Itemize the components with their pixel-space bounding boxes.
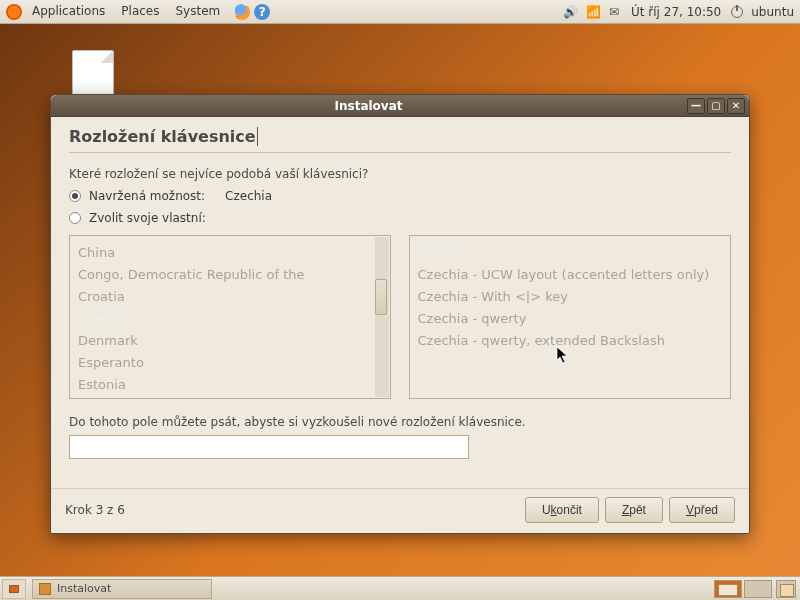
list-item[interactable]: Esperanto: [78, 352, 382, 374]
country-listbox[interactable]: ChinaCongo, Democratic Republic of theCr…: [69, 235, 391, 399]
panel-menus: Applications Places System ?: [0, 4, 270, 20]
network-icon[interactable]: 📶: [584, 5, 603, 19]
ubuntu-logo-icon: [6, 4, 22, 20]
list-item[interactable]: China: [78, 242, 382, 264]
list-item[interactable]: Denmark: [78, 330, 382, 352]
list-item[interactable]: Czechia - UCW layout (accented letters o…: [418, 264, 723, 286]
firefox-icon[interactable]: [234, 4, 250, 20]
show-desktop-icon: [9, 585, 19, 593]
mail-icon[interactable]: ✉: [607, 5, 621, 19]
window-title: Instalovat: [51, 99, 686, 113]
variant-listbox[interactable]: CzechiaCzechia - UCW layout (accented le…: [409, 235, 732, 399]
quit-button[interactable]: Ukončit: [525, 497, 599, 523]
scrollbar[interactable]: [375, 237, 389, 397]
menu-places[interactable]: Places: [113, 4, 167, 20]
test-label: Do tohoto pole můžete psát, abyste si vy…: [69, 415, 731, 429]
question-text: Které rozložení se nejvíce podobá vaší k…: [69, 167, 731, 181]
task-icon: [39, 583, 51, 595]
list-item[interactable]: Czechia - qwerty: [418, 308, 723, 330]
bottom-panel: Instalovat: [0, 576, 800, 600]
list-item[interactable]: Czechia: [418, 242, 723, 264]
radio-icon: [69, 190, 81, 202]
radio-icon: [69, 212, 81, 224]
desktop-file-icon[interactable]: [72, 50, 114, 98]
close-button[interactable]: ✕: [727, 98, 745, 114]
workspace-switcher[interactable]: [714, 580, 772, 598]
list-item[interactable]: Croatia: [78, 286, 382, 308]
forward-button[interactable]: Vpřed: [669, 497, 735, 523]
step-label: Krok 3 z 6: [65, 503, 125, 517]
volume-icon[interactable]: 🔊: [561, 5, 580, 19]
list-item[interactable]: Czechia - qwerty, extended Backslash: [418, 330, 723, 352]
clock[interactable]: Út říj 27, 10:50: [625, 5, 727, 19]
workspace-2[interactable]: [744, 580, 772, 598]
radio-suggested-label: Navržená možnost:: [89, 189, 205, 203]
installer-window: Instalovat — ▢ ✕ Rozložení klávesnice Kt…: [50, 94, 750, 534]
show-desktop-button[interactable]: [2, 579, 26, 599]
menu-system[interactable]: System: [167, 4, 228, 20]
list-item[interactable]: Czechia - With <|> key: [418, 286, 723, 308]
top-panel: Applications Places System ? 🔊 📶 ✉ Út ří…: [0, 0, 800, 24]
radio-own-label: Zvolit svoje vlastní:: [89, 211, 206, 225]
radio-suggested-value: Czechia: [225, 189, 272, 203]
page-heading: Rozložení klávesnice: [69, 127, 258, 146]
titlebar[interactable]: Instalovat — ▢ ✕: [51, 95, 749, 117]
list-item[interactable]: Czechia: [78, 308, 382, 330]
power-icon[interactable]: [731, 6, 743, 18]
list-item[interactable]: Congo, Democratic Republic of the: [78, 264, 382, 286]
help-icon[interactable]: ?: [254, 4, 270, 20]
task-title: Instalovat: [57, 582, 111, 595]
back-button[interactable]: Zpět: [605, 497, 663, 523]
menu-applications[interactable]: Applications: [24, 4, 113, 20]
system-tray: 🔊 📶 ✉ Út říj 27, 10:50 ubuntu: [561, 5, 800, 19]
trash-icon[interactable]: [776, 580, 796, 598]
workspace-1[interactable]: [714, 580, 742, 598]
test-input[interactable]: [69, 435, 469, 459]
task-button-instalovat[interactable]: Instalovat: [32, 579, 212, 599]
radio-own[interactable]: Zvolit svoje vlastní:: [69, 211, 731, 225]
scroll-thumb[interactable]: [375, 279, 387, 315]
user-menu[interactable]: ubuntu: [747, 5, 794, 19]
footer: Krok 3 z 6 Ukončit Zpět Vpřed: [51, 488, 749, 533]
list-item[interactable]: Estonia: [78, 374, 382, 396]
radio-suggested[interactable]: Navržená možnost: Czechia: [69, 189, 731, 203]
minimize-button[interactable]: —: [687, 98, 705, 114]
maximize-button[interactable]: ▢: [707, 98, 725, 114]
